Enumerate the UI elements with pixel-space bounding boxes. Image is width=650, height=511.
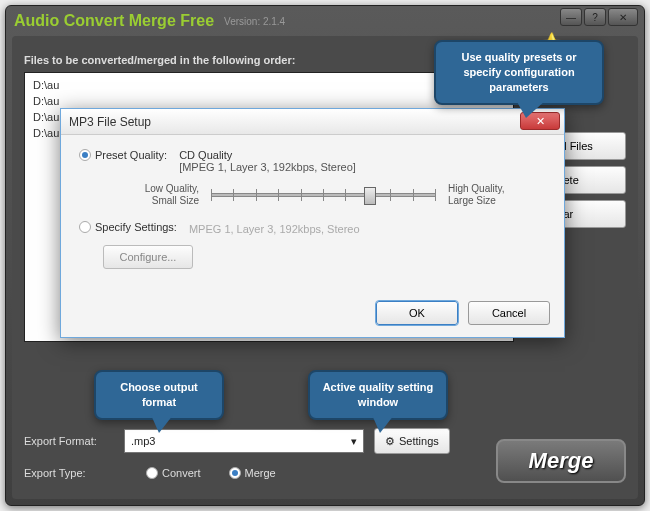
app-title: Audio Convert Merge Free — [14, 12, 214, 30]
chevron-down-icon: ▾ — [351, 435, 357, 448]
preset-quality-radio[interactable]: Preset Quality: — [79, 149, 167, 161]
mp3-setup-dialog: MP3 File Setup ✕ Preset Quality: CD Qual… — [60, 108, 565, 338]
specify-hint: MPEG 1, Layer 3, 192kbps, Stereo — [189, 223, 360, 235]
export-type-label: Export Type: — [24, 467, 114, 479]
gear-icon: ⚙ — [385, 435, 395, 448]
preset-desc: [MPEG 1, Layer 3, 192kbps, Stereo] — [179, 161, 356, 173]
merge-radio[interactable]: Merge — [229, 467, 276, 479]
callout-settings: Active quality setting window — [308, 370, 448, 420]
minimize-button[interactable]: — — [560, 8, 582, 26]
cancel-button[interactable]: Cancel — [468, 301, 550, 325]
quality-slider[interactable] — [211, 186, 436, 204]
slider-thumb[interactable] — [364, 187, 376, 205]
slider-low-label: Low Quality, Small Size — [109, 183, 199, 207]
convert-radio[interactable]: Convert — [146, 467, 201, 479]
close-button[interactable]: ✕ — [608, 8, 638, 26]
callout-format: Choose output format — [94, 370, 224, 420]
app-version: Version: 2.1.4 — [224, 16, 285, 27]
callout-presets: Use quality presets or specify configura… — [434, 40, 604, 105]
dialog-title: MP3 File Setup ✕ — [61, 109, 564, 135]
help-button[interactable]: ? — [584, 8, 606, 26]
configure-button[interactable]: Configure... — [103, 245, 193, 269]
preset-name: CD Quality — [179, 149, 356, 161]
specify-settings-radio[interactable]: Specify Settings: — [79, 221, 177, 233]
ok-button[interactable]: OK — [376, 301, 458, 325]
export-format-label: Export Format: — [24, 435, 114, 447]
slider-high-label: High Quality, Large Size — [448, 183, 538, 207]
merge-button[interactable]: Merge — [496, 439, 626, 483]
